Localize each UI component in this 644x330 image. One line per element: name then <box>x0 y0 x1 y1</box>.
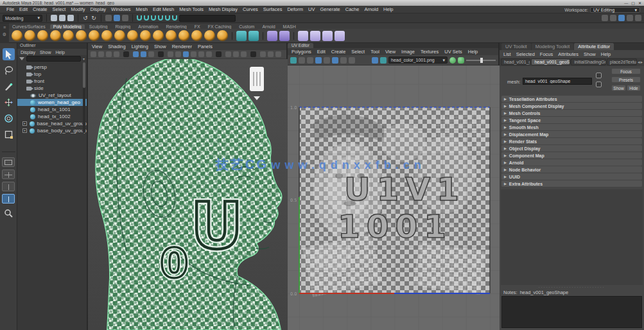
dock-tab[interactable]: UV Toolkit <box>501 43 531 50</box>
poly-prism-icon[interactable] <box>127 30 138 41</box>
save-scene-icon[interactable] <box>67 15 74 21</box>
uv-cut-icon[interactable] <box>322 31 333 41</box>
separator[interactable] <box>232 32 232 40</box>
quick-select-field[interactable] <box>179 15 236 22</box>
attribute-section-header[interactable]: Component Map <box>501 152 642 159</box>
lighting-icon[interactable] <box>191 51 196 57</box>
uv-flip-icon[interactable] <box>315 57 322 64</box>
screen-space-ao-icon[interactable] <box>206 51 212 57</box>
uv-grid-icon[interactable] <box>332 57 338 64</box>
attribute-section-header[interactable]: UUID <box>501 173 642 180</box>
uv-update-icon[interactable] <box>449 57 456 64</box>
lasso-tool[interactable] <box>3 64 15 76</box>
layout-two-pane-side-by-side[interactable] <box>2 182 15 191</box>
isolate-select-icon[interactable] <box>225 51 231 57</box>
uv-grab-icon[interactable] <box>290 57 297 64</box>
notes-text-area[interactable] <box>501 296 642 328</box>
uv-menu-item[interactable]: Image <box>401 49 415 55</box>
attribute-section-header[interactable]: Smooth Mesh <box>501 124 642 130</box>
poly-platonic-icon[interactable] <box>101 30 112 41</box>
template-toggle-checkbox[interactable] <box>596 82 602 87</box>
menu-item[interactable]: Mesh Display <box>206 6 240 12</box>
node-name-field[interactable] <box>523 78 592 85</box>
shelf-tab[interactable]: Curves/Surfaces <box>9 24 49 29</box>
uv-canvas[interactable]: U1V1 1001 1.0 0.5 0.0 <box>288 65 500 330</box>
snap-view-plane-icon[interactable] <box>165 15 170 21</box>
outliner-item[interactable]: + base_body_uv_group <box>17 127 87 134</box>
uv-menu-item[interactable]: Polygons <box>292 49 311 55</box>
ae-menu-item[interactable]: Attributes <box>558 51 579 57</box>
shelf-tab[interactable]: FX <box>191 24 204 29</box>
menu-item[interactable]: UV <box>306 6 317 12</box>
channel-box-toggle[interactable] <box>635 15 641 21</box>
wireframe-icon[interactable] <box>168 51 173 57</box>
bookmark-icon[interactable] <box>114 51 119 57</box>
shelf-gear-icon[interactable]: ⚙ <box>3 32 6 37</box>
menu-item[interactable]: Display <box>88 6 109 12</box>
gamma-icon[interactable] <box>268 51 274 57</box>
attribute-section-header[interactable]: Render Stats <box>501 138 642 144</box>
attribute-section-header[interactable]: Mesh Controls <box>501 110 642 116</box>
separator[interactable] <box>101 14 101 22</box>
viewport-menu-item[interactable]: Renderer <box>172 44 192 49</box>
node-tab[interactable]: head_v001_geoShape <box>531 58 570 65</box>
ae-menu-item[interactable]: Focus <box>540 51 553 57</box>
maximize-button[interactable]: ▢ <box>631 1 635 5</box>
display-toggle-checkbox[interactable] <box>596 73 602 78</box>
uv-menu-item[interactable]: UV Sets <box>444 49 462 55</box>
outliner-item[interactable]: top <box>17 71 87 78</box>
uv-sew-icon[interactable] <box>335 31 345 41</box>
paint-select-tool[interactable] <box>3 80 15 92</box>
layout-four-pane[interactable] <box>2 169 15 179</box>
expand-toggle[interactable]: + <box>22 121 27 126</box>
attribute-section-header[interactable]: Mesh Component Display <box>501 103 642 109</box>
focus-button[interactable]: Focus <box>611 68 641 74</box>
poly-gear-icon[interactable] <box>166 30 177 41</box>
select-object-icon[interactable] <box>114 15 120 21</box>
outliner-item[interactable]: head_tx_1002 <box>17 113 87 120</box>
tab-scroll-left-icon[interactable]: ◂ <box>638 60 640 65</box>
viewport-menu-item[interactable]: Show <box>154 44 166 49</box>
shadows-icon[interactable] <box>198 51 204 57</box>
shelf-tab[interactable]: Animation <box>135 24 161 29</box>
menu-item[interactable]: Edit Mesh <box>150 6 177 12</box>
separator[interactable] <box>132 14 133 22</box>
poly-pipe-icon[interactable] <box>140 30 151 41</box>
menu-item[interactable]: Create <box>30 6 50 12</box>
sculpt-smooth-icon[interactable] <box>248 31 259 41</box>
attribute-section-header[interactable]: Displacement Map <box>501 131 642 137</box>
uv-bake-icon[interactable] <box>458 57 464 64</box>
separator[interactable] <box>158 51 164 57</box>
make-live-icon[interactable] <box>172 15 177 21</box>
tool-settings-toggle[interactable] <box>627 15 633 21</box>
uv-automatic-projection-icon[interactable] <box>310 31 320 41</box>
menu-item[interactable]: Windows <box>109 6 133 12</box>
quad-draw-icon[interactable] <box>279 31 290 41</box>
poly-pyramid-icon[interactable] <box>114 30 125 41</box>
shelf-tab[interactable]: Rigging <box>112 24 134 29</box>
filter-icon[interactable] <box>19 57 24 60</box>
new-scene-icon[interactable] <box>51 15 57 21</box>
uv-menu-item[interactable]: Select <box>351 49 365 55</box>
uv-move-icon[interactable] <box>299 57 305 64</box>
outliner-search-input[interactable] <box>26 56 81 62</box>
workspace-dropdown[interactable]: UV Editing ▾ <box>590 7 640 13</box>
menu-item[interactable]: Help <box>381 6 396 12</box>
show-button[interactable]: Show <box>611 85 626 91</box>
open-scene-icon[interactable] <box>59 15 65 21</box>
poly-sphere-icon[interactable] <box>12 30 22 41</box>
viewport-menu-item[interactable]: Shading <box>108 44 126 49</box>
uv-menu-item[interactable]: Textures <box>421 49 439 55</box>
outliner-item[interactable]: UV_ref_layout <box>17 92 87 99</box>
modeling-toolkit-toggle[interactable] <box>602 15 608 21</box>
shelf-menu-icon[interactable]: ≡ <box>3 25 6 30</box>
uv-rotate-icon[interactable] <box>307 57 313 64</box>
node-tab[interactable]: place2dTexture1 <box>607 58 637 65</box>
snap-grid-icon[interactable] <box>137 15 142 21</box>
menu-item[interactable]: Select <box>50 6 69 12</box>
outliner-menu-item[interactable]: Show <box>40 50 51 55</box>
undo-icon[interactable]: ↺ <box>82 15 89 21</box>
menu-item[interactable]: File <box>4 6 17 12</box>
presets-button[interactable]: Presets <box>611 76 641 83</box>
attribute-editor-toggle[interactable] <box>618 15 625 21</box>
